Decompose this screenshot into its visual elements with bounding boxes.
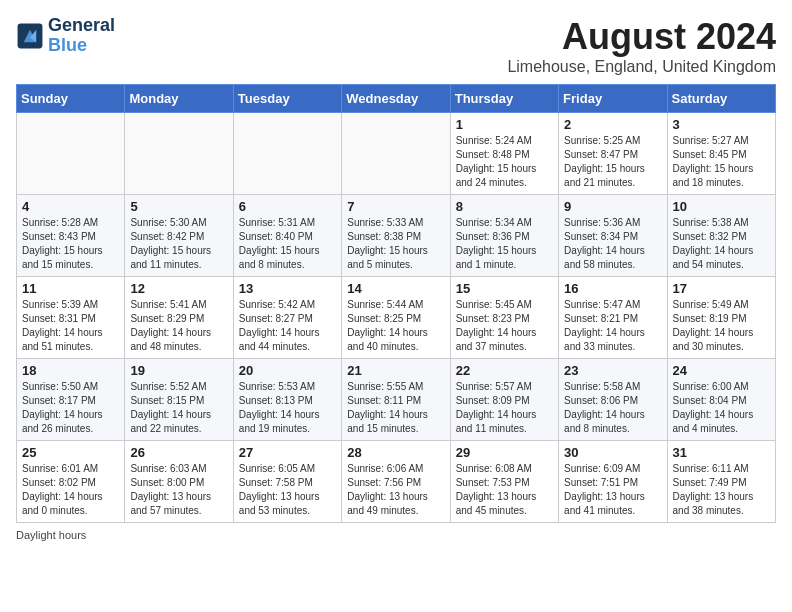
day-number: 22: [456, 363, 553, 378]
day-number: 21: [347, 363, 444, 378]
day-info: Sunrise: 6:03 AM Sunset: 8:00 PM Dayligh…: [130, 462, 227, 518]
day-info: Sunrise: 5:57 AM Sunset: 8:09 PM Dayligh…: [456, 380, 553, 436]
col-header-saturday: Saturday: [667, 85, 775, 113]
logo: General Blue: [16, 16, 115, 56]
day-info: Sunrise: 5:36 AM Sunset: 8:34 PM Dayligh…: [564, 216, 661, 272]
logo-icon: [16, 22, 44, 50]
day-info: Sunrise: 5:33 AM Sunset: 8:38 PM Dayligh…: [347, 216, 444, 272]
week-row-3: 11Sunrise: 5:39 AM Sunset: 8:31 PM Dayli…: [17, 277, 776, 359]
day-number: 16: [564, 281, 661, 296]
day-info: Sunrise: 6:11 AM Sunset: 7:49 PM Dayligh…: [673, 462, 770, 518]
calendar-body: 1Sunrise: 5:24 AM Sunset: 8:48 PM Daylig…: [17, 113, 776, 523]
day-cell: 25Sunrise: 6:01 AM Sunset: 8:02 PM Dayli…: [17, 441, 125, 523]
day-info: Sunrise: 5:45 AM Sunset: 8:23 PM Dayligh…: [456, 298, 553, 354]
title-area: August 2024 Limehouse, England, United K…: [507, 16, 776, 76]
day-info: Sunrise: 5:25 AM Sunset: 8:47 PM Dayligh…: [564, 134, 661, 190]
day-info: Sunrise: 5:52 AM Sunset: 8:15 PM Dayligh…: [130, 380, 227, 436]
day-info: Sunrise: 5:24 AM Sunset: 8:48 PM Dayligh…: [456, 134, 553, 190]
day-number: 12: [130, 281, 227, 296]
day-info: Sunrise: 5:58 AM Sunset: 8:06 PM Dayligh…: [564, 380, 661, 436]
col-header-tuesday: Tuesday: [233, 85, 341, 113]
footer-note: Daylight hours: [16, 529, 776, 541]
day-info: Sunrise: 5:39 AM Sunset: 8:31 PM Dayligh…: [22, 298, 119, 354]
day-cell: 13Sunrise: 5:42 AM Sunset: 8:27 PM Dayli…: [233, 277, 341, 359]
week-row-5: 25Sunrise: 6:01 AM Sunset: 8:02 PM Dayli…: [17, 441, 776, 523]
day-info: Sunrise: 6:01 AM Sunset: 8:02 PM Dayligh…: [22, 462, 119, 518]
week-row-4: 18Sunrise: 5:50 AM Sunset: 8:17 PM Dayli…: [17, 359, 776, 441]
day-cell: [17, 113, 125, 195]
day-number: 3: [673, 117, 770, 132]
day-cell: 19Sunrise: 5:52 AM Sunset: 8:15 PM Dayli…: [125, 359, 233, 441]
week-row-1: 1Sunrise: 5:24 AM Sunset: 8:48 PM Daylig…: [17, 113, 776, 195]
day-info: Sunrise: 5:42 AM Sunset: 8:27 PM Dayligh…: [239, 298, 336, 354]
logo-text: General Blue: [48, 16, 115, 56]
day-number: 30: [564, 445, 661, 460]
day-number: 20: [239, 363, 336, 378]
day-info: Sunrise: 6:09 AM Sunset: 7:51 PM Dayligh…: [564, 462, 661, 518]
day-cell: [342, 113, 450, 195]
day-number: 5: [130, 199, 227, 214]
header: General Blue August 2024 Limehouse, Engl…: [16, 16, 776, 76]
day-info: Sunrise: 6:08 AM Sunset: 7:53 PM Dayligh…: [456, 462, 553, 518]
day-number: 7: [347, 199, 444, 214]
day-cell: 8Sunrise: 5:34 AM Sunset: 8:36 PM Daylig…: [450, 195, 558, 277]
day-number: 11: [22, 281, 119, 296]
day-info: Sunrise: 5:31 AM Sunset: 8:40 PM Dayligh…: [239, 216, 336, 272]
day-number: 18: [22, 363, 119, 378]
day-cell: 5Sunrise: 5:30 AM Sunset: 8:42 PM Daylig…: [125, 195, 233, 277]
day-number: 25: [22, 445, 119, 460]
day-cell: 12Sunrise: 5:41 AM Sunset: 8:29 PM Dayli…: [125, 277, 233, 359]
day-number: 13: [239, 281, 336, 296]
day-info: Sunrise: 5:47 AM Sunset: 8:21 PM Dayligh…: [564, 298, 661, 354]
day-number: 14: [347, 281, 444, 296]
day-cell: 7Sunrise: 5:33 AM Sunset: 8:38 PM Daylig…: [342, 195, 450, 277]
day-number: 2: [564, 117, 661, 132]
day-cell: 23Sunrise: 5:58 AM Sunset: 8:06 PM Dayli…: [559, 359, 667, 441]
day-cell: 17Sunrise: 5:49 AM Sunset: 8:19 PM Dayli…: [667, 277, 775, 359]
day-number: 29: [456, 445, 553, 460]
day-cell: [233, 113, 341, 195]
col-header-wednesday: Wednesday: [342, 85, 450, 113]
day-cell: 18Sunrise: 5:50 AM Sunset: 8:17 PM Dayli…: [17, 359, 125, 441]
day-number: 17: [673, 281, 770, 296]
day-info: Sunrise: 5:38 AM Sunset: 8:32 PM Dayligh…: [673, 216, 770, 272]
col-header-thursday: Thursday: [450, 85, 558, 113]
col-header-monday: Monday: [125, 85, 233, 113]
week-row-2: 4Sunrise: 5:28 AM Sunset: 8:43 PM Daylig…: [17, 195, 776, 277]
day-cell: 2Sunrise: 5:25 AM Sunset: 8:47 PM Daylig…: [559, 113, 667, 195]
day-cell: 22Sunrise: 5:57 AM Sunset: 8:09 PM Dayli…: [450, 359, 558, 441]
day-info: Sunrise: 5:34 AM Sunset: 8:36 PM Dayligh…: [456, 216, 553, 272]
day-info: Sunrise: 5:30 AM Sunset: 8:42 PM Dayligh…: [130, 216, 227, 272]
day-cell: 29Sunrise: 6:08 AM Sunset: 7:53 PM Dayli…: [450, 441, 558, 523]
main-title: August 2024: [507, 16, 776, 58]
day-number: 15: [456, 281, 553, 296]
day-info: Sunrise: 5:28 AM Sunset: 8:43 PM Dayligh…: [22, 216, 119, 272]
day-info: Sunrise: 5:44 AM Sunset: 8:25 PM Dayligh…: [347, 298, 444, 354]
day-cell: 3Sunrise: 5:27 AM Sunset: 8:45 PM Daylig…: [667, 113, 775, 195]
day-info: Sunrise: 5:49 AM Sunset: 8:19 PM Dayligh…: [673, 298, 770, 354]
calendar-header-row: SundayMondayTuesdayWednesdayThursdayFrid…: [17, 85, 776, 113]
day-cell: 6Sunrise: 5:31 AM Sunset: 8:40 PM Daylig…: [233, 195, 341, 277]
day-cell: 15Sunrise: 5:45 AM Sunset: 8:23 PM Dayli…: [450, 277, 558, 359]
day-number: 23: [564, 363, 661, 378]
day-cell: 20Sunrise: 5:53 AM Sunset: 8:13 PM Dayli…: [233, 359, 341, 441]
day-cell: 27Sunrise: 6:05 AM Sunset: 7:58 PM Dayli…: [233, 441, 341, 523]
day-info: Sunrise: 5:55 AM Sunset: 8:11 PM Dayligh…: [347, 380, 444, 436]
day-cell: 31Sunrise: 6:11 AM Sunset: 7:49 PM Dayli…: [667, 441, 775, 523]
day-cell: 24Sunrise: 6:00 AM Sunset: 8:04 PM Dayli…: [667, 359, 775, 441]
day-cell: 21Sunrise: 5:55 AM Sunset: 8:11 PM Dayli…: [342, 359, 450, 441]
col-header-sunday: Sunday: [17, 85, 125, 113]
day-number: 1: [456, 117, 553, 132]
day-number: 26: [130, 445, 227, 460]
day-cell: [125, 113, 233, 195]
day-info: Sunrise: 6:05 AM Sunset: 7:58 PM Dayligh…: [239, 462, 336, 518]
day-number: 9: [564, 199, 661, 214]
day-number: 4: [22, 199, 119, 214]
col-header-friday: Friday: [559, 85, 667, 113]
subtitle: Limehouse, England, United Kingdom: [507, 58, 776, 76]
day-info: Sunrise: 6:06 AM Sunset: 7:56 PM Dayligh…: [347, 462, 444, 518]
day-number: 8: [456, 199, 553, 214]
day-number: 24: [673, 363, 770, 378]
day-cell: 4Sunrise: 5:28 AM Sunset: 8:43 PM Daylig…: [17, 195, 125, 277]
day-number: 6: [239, 199, 336, 214]
